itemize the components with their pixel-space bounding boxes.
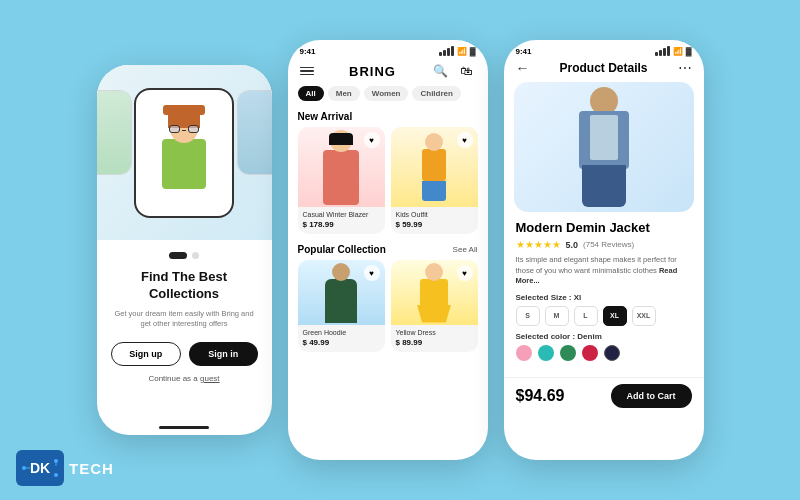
product-detail-name: Modern Demin Jacket xyxy=(516,220,692,235)
product-bottom-bar: $94.69 Add to Cart xyxy=(504,377,704,416)
svg-point-4 xyxy=(54,473,58,477)
dk-icon: DK xyxy=(16,450,64,486)
side-card-right xyxy=(237,90,272,175)
rating-row: ★★★★★ 5.0 (754 Reviews) xyxy=(516,239,692,250)
new-arrival-grid: ♥ Casual Winter Blazer $ 178.99 ♥ xyxy=(288,127,488,234)
side-card-left xyxy=(97,90,132,175)
page-title: Product Details xyxy=(559,61,647,75)
status-icons-detail: 📶 ▓ xyxy=(655,46,692,56)
main-product-card xyxy=(134,88,234,218)
color-teal[interactable] xyxy=(538,345,554,361)
tech-text: TECH xyxy=(69,461,114,476)
tech-label: TECH xyxy=(69,461,114,476)
size-xxl[interactable]: XXL xyxy=(632,306,656,326)
product-card-dress[interactable]: ♥ Yellow Dress $ 89.99 xyxy=(391,260,478,352)
signal-icon-detail xyxy=(655,46,670,56)
color-red[interactable] xyxy=(582,345,598,361)
dot-1 xyxy=(169,252,187,259)
dktech-logo: DK TECH xyxy=(16,450,114,486)
product-card-hoodie[interactable]: ♥ Green Hoodie $ 49.99 xyxy=(298,260,385,352)
product-info-dress: Yellow Dress $ 89.99 xyxy=(391,325,478,352)
phone-browse: 9:41 📶 ▓ BRING 🔍 🛍 xyxy=(288,40,488,460)
signin-button[interactable]: Sign in xyxy=(189,342,258,366)
filter-women[interactable]: Women xyxy=(364,86,409,101)
size-selector: S M L XL XXL xyxy=(516,306,692,326)
product-image-dress: ♥ xyxy=(391,260,478,325)
more-button[interactable]: ⋯ xyxy=(678,60,692,76)
home-indicator xyxy=(159,426,209,429)
dot-2 xyxy=(192,252,199,259)
back-button[interactable]: ← xyxy=(516,60,530,76)
size-xl[interactable]: XL xyxy=(603,306,627,326)
brand-logo: BRING xyxy=(349,64,396,79)
status-bar-browse: 9:41 📶 ▓ xyxy=(288,40,488,58)
wishlist-icon-2[interactable]: ♥ xyxy=(457,132,473,148)
onboarding-headline: Find The Best Collections xyxy=(111,269,258,303)
nav-action-icons: 🔍 🛍 xyxy=(431,62,475,80)
product-image-hoodie: ♥ xyxy=(298,260,385,325)
top-nav-detail: ← Product Details ⋯ xyxy=(504,58,704,82)
color-selector xyxy=(516,345,692,361)
add-to-cart-button[interactable]: Add to Cart xyxy=(611,384,692,408)
wishlist-icon-3[interactable]: ♥ xyxy=(364,265,380,281)
product-name-kids: Kids Outfit xyxy=(396,211,473,218)
wifi-icon-detail: 📶 xyxy=(673,47,683,56)
popular-title: Popular Collection xyxy=(298,244,386,255)
filter-tabs: All Men Women Children xyxy=(288,86,488,107)
product-info-hoodie: Green Hoodie $ 49.99 xyxy=(298,325,385,352)
wishlist-icon-4[interactable]: ♥ xyxy=(457,265,473,281)
size-l[interactable]: L xyxy=(574,306,598,326)
product-image-kids: ♥ xyxy=(391,127,478,207)
color-label: Selected color : Denim xyxy=(516,332,692,341)
top-nav-browse: BRING 🔍 🛍 xyxy=(288,58,488,86)
auth-buttons: Sign up Sign in xyxy=(111,342,258,366)
cart-icon[interactable]: 🛍 xyxy=(457,62,475,80)
status-bar-detail: 9:41 📶 ▓ xyxy=(504,40,704,58)
product-description: Its simple and elegant shape makes it pe… xyxy=(516,255,692,287)
guest-link[interactable]: guest xyxy=(200,374,220,383)
product-price-blazer: $ 178.99 xyxy=(303,220,380,229)
battery-icon-detail: ▓ xyxy=(686,47,692,56)
svg-point-3 xyxy=(54,459,58,463)
search-icon[interactable]: 🔍 xyxy=(431,62,449,80)
status-time: 9:41 xyxy=(300,47,316,56)
battery-icon: ▓ xyxy=(470,47,476,56)
phone-product-detail: 9:41 📶 ▓ ← Product Details ⋯ xyxy=(504,40,704,460)
filter-men[interactable]: Men xyxy=(328,86,360,101)
product-price-hoodie: $ 49.99 xyxy=(303,338,380,347)
phone-onboarding: Find The Best Collections Get your dream… xyxy=(97,65,272,435)
product-name-dress: Yellow Dress xyxy=(396,329,473,336)
popular-grid: ♥ Green Hoodie $ 49.99 ♥ xyxy=(288,260,488,352)
product-card-blazer[interactable]: ♥ Casual Winter Blazer $ 178.99 xyxy=(298,127,385,234)
popular-header: Popular Collection See All xyxy=(288,240,488,260)
size-s[interactable]: S xyxy=(516,306,540,326)
filter-all[interactable]: All xyxy=(298,86,324,101)
product-detail-content: Modern Demin Jacket ★★★★★ 5.0 (754 Revie… xyxy=(504,212,704,377)
product-info-blazer: Casual Winter Blazer $ 178.99 xyxy=(298,207,385,234)
new-arrival-header: New Arrival xyxy=(288,107,488,127)
svg-point-2 xyxy=(22,466,26,470)
product-image-blazer: ♥ xyxy=(298,127,385,207)
color-pink[interactable] xyxy=(516,345,532,361)
product-card-kids[interactable]: ♥ Kids Outfit $ 59.99 xyxy=(391,127,478,234)
product-price-kids: $ 59.99 xyxy=(396,220,473,229)
guest-link-row: Continue as a guest xyxy=(111,374,258,383)
signup-button[interactable]: Sign up xyxy=(111,342,182,366)
filter-children[interactable]: Children xyxy=(412,86,460,101)
color-green[interactable] xyxy=(560,345,576,361)
star-icons: ★★★★★ xyxy=(516,239,561,250)
size-m[interactable]: M xyxy=(545,306,569,326)
pagination-dots xyxy=(111,252,258,259)
svg-text:DK: DK xyxy=(30,460,50,476)
product-model xyxy=(564,87,644,207)
color-denim[interactable] xyxy=(604,345,620,361)
hero-image xyxy=(97,65,272,240)
see-all-link[interactable]: See All xyxy=(453,245,478,254)
signal-icon xyxy=(439,46,454,56)
onboarding-content: Find The Best Collections Get your dream… xyxy=(97,240,272,395)
product-hero-image xyxy=(514,82,694,212)
status-icons: 📶 ▓ xyxy=(439,46,476,56)
menu-icon[interactable] xyxy=(300,67,314,76)
status-time-detail: 9:41 xyxy=(516,47,532,56)
product-price-dress: $ 89.99 xyxy=(396,338,473,347)
